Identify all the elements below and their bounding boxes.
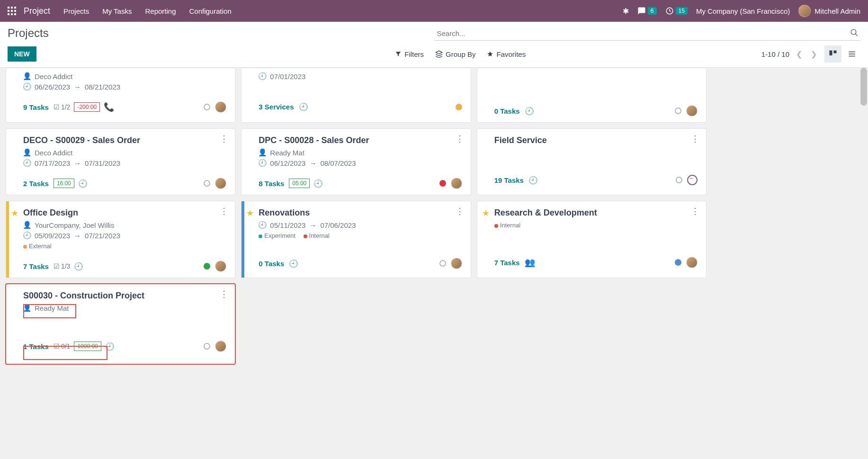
arrow-icon: → xyxy=(74,159,81,167)
clock-icon[interactable]: 🕘 xyxy=(528,176,538,185)
project-card[interactable]: ★ ⋮ Research & Development Internal 7 Ta… xyxy=(477,201,707,278)
tasks-link[interactable]: 8 Tasks xyxy=(259,180,284,188)
kebab-icon[interactable]: ⋮ xyxy=(456,135,464,143)
clock-icon[interactable]: 🕘 xyxy=(313,179,323,188)
tasks-link[interactable]: 2 Tasks xyxy=(23,180,49,188)
star-icon[interactable]: ★ xyxy=(11,208,18,218)
phone-icon[interactable]: 📞 xyxy=(104,102,114,112)
end-date: 07/06/2023 xyxy=(320,221,356,229)
partner-name: Ready Mat xyxy=(270,149,304,157)
project-card-highlighted[interactable]: ⋮ S00030 - Construction Project 👤Ready M… xyxy=(6,284,235,364)
svg-rect-5 xyxy=(14,10,16,12)
tasks-link[interactable]: 7 Tasks xyxy=(23,262,49,270)
star-icon[interactable]: ★ xyxy=(246,208,254,218)
company-selector[interactable]: My Company (San Francisco) xyxy=(696,7,790,15)
kebab-icon[interactable]: ⋮ xyxy=(456,207,464,216)
time-remaining: 1000:00 xyxy=(74,342,101,351)
clock-icon[interactable]: 🕘 xyxy=(74,262,83,271)
tasks-link[interactable]: 1 Tasks xyxy=(23,342,49,351)
start-date: 05/09/2023 xyxy=(35,232,70,240)
clock-icon[interactable]: 🕘 xyxy=(289,259,298,268)
favorites-button[interactable]: Favorites xyxy=(487,50,526,58)
project-card[interactable]: 🕘07/01/2023 3 Services 🕘 xyxy=(241,68,471,123)
kebab-icon[interactable]: ⋮ xyxy=(691,135,699,143)
nav-projects[interactable]: Projects xyxy=(63,7,89,15)
person-icon: 👤 xyxy=(259,148,266,157)
arrow-icon: → xyxy=(309,221,316,229)
subtask-count: ☑ 1/2 xyxy=(54,103,70,111)
top-navbar: Project Projects My Tasks Reporting Conf… xyxy=(0,0,868,22)
kebab-icon[interactable]: ⋮ xyxy=(220,135,228,143)
avatar-icon[interactable] xyxy=(215,341,226,352)
project-card[interactable]: ⋮ DECO - S00029 - Sales Order 👤Deco Addi… xyxy=(6,128,235,195)
activity-icon[interactable]: 15 xyxy=(665,7,688,15)
end-date: 07/21/2023 xyxy=(85,232,120,240)
state-indicator[interactable] xyxy=(204,104,210,110)
kebab-icon[interactable]: ⋮ xyxy=(220,290,228,298)
state-indicator[interactable] xyxy=(675,259,681,266)
state-indicator[interactable] xyxy=(204,180,210,187)
project-card[interactable]: ⋮ Field Service 19 Tasks 🕘 xyxy=(477,128,707,195)
state-indicator[interactable] xyxy=(204,263,210,270)
state-indicator[interactable] xyxy=(439,260,446,267)
project-title: Research & Development xyxy=(494,208,698,218)
svg-rect-13 xyxy=(833,51,836,54)
user-menu[interactable]: Mitchell Admin xyxy=(798,5,860,17)
kebab-icon[interactable]: ⋮ xyxy=(220,207,228,216)
star-icon[interactable]: ★ xyxy=(482,208,490,218)
partner-name: Ready Mat xyxy=(35,304,69,312)
avatar-icon[interactable] xyxy=(686,257,698,268)
tasks-link[interactable]: 3 Services xyxy=(259,103,294,111)
people-icon[interactable]: 👥 xyxy=(525,257,535,268)
smiley-icon[interactable] xyxy=(687,175,698,185)
search-input[interactable] xyxy=(434,27,861,41)
pager-next-icon[interactable]: ❯ xyxy=(809,48,819,61)
project-card[interactable]: 0 Tasks 🕘 xyxy=(477,68,707,123)
kanban-view-button[interactable] xyxy=(824,45,841,63)
avatar-icon[interactable] xyxy=(215,261,226,272)
project-title: DPC - S00028 - Sales Order xyxy=(259,135,462,145)
svg-rect-1 xyxy=(11,7,13,9)
avatar-icon[interactable] xyxy=(686,105,698,117)
state-indicator[interactable] xyxy=(204,343,210,350)
avatar-icon[interactable] xyxy=(451,258,462,269)
filters-button[interactable]: Filters xyxy=(395,50,424,58)
tasks-link[interactable]: 0 Tasks xyxy=(259,260,284,268)
project-card[interactable]: ⋮ DPC - S00028 - Sales Order 👤Ready Mat … xyxy=(241,128,471,195)
pager-prev-icon[interactable]: ❮ xyxy=(794,48,804,61)
tasks-link[interactable]: 9 Tasks xyxy=(23,103,49,111)
nav-my-tasks[interactable]: My Tasks xyxy=(102,7,132,15)
tasks-link[interactable]: 7 Tasks xyxy=(494,259,520,267)
messaging-icon[interactable]: 6 xyxy=(637,7,657,15)
apps-icon[interactable] xyxy=(8,7,16,15)
svg-rect-6 xyxy=(8,13,9,15)
end-date: 08/07/2023 xyxy=(320,159,356,167)
avatar-icon[interactable] xyxy=(451,178,462,189)
project-card[interactable]: ★ ⋮ Renovations 🕘05/11/2023 → 07/06/2023… xyxy=(241,201,471,278)
clock-icon[interactable]: 🕘 xyxy=(78,179,88,188)
state-indicator[interactable] xyxy=(439,180,446,187)
tasks-link[interactable]: 0 Tasks xyxy=(494,107,520,115)
project-card[interactable]: ★ ⋮ Office Design 👤YourCompany, Joel Wil… xyxy=(6,201,235,278)
state-indicator[interactable] xyxy=(675,108,681,114)
app-brand[interactable]: Project xyxy=(24,6,50,16)
avatar-icon[interactable] xyxy=(215,101,226,113)
clock-icon[interactable]: 🕘 xyxy=(525,107,534,116)
list-view-button[interactable] xyxy=(843,45,860,63)
pager-value[interactable]: 1-10 / 10 xyxy=(761,50,789,58)
nav-reporting[interactable]: Reporting xyxy=(145,7,176,15)
nav-configuration[interactable]: Configuration xyxy=(189,7,232,15)
tasks-link[interactable]: 19 Tasks xyxy=(494,176,524,184)
state-indicator[interactable] xyxy=(676,177,682,183)
scrollbar[interactable] xyxy=(860,68,867,106)
clock-icon[interactable]: 🕘 xyxy=(105,342,115,351)
kebab-icon[interactable]: ⋮ xyxy=(691,207,699,216)
bug-icon[interactable]: ✱ xyxy=(623,7,629,16)
groupby-button[interactable]: Group By xyxy=(435,50,475,58)
new-button[interactable]: NEW xyxy=(8,46,36,62)
state-indicator[interactable] xyxy=(456,104,462,110)
search-icon[interactable] xyxy=(850,28,859,39)
avatar-icon[interactable] xyxy=(215,178,226,189)
clock-icon[interactable]: 🕘 xyxy=(299,102,308,111)
project-card[interactable]: 👤Deco Addict 🕘06/26/2023 → 08/21/2023 9 … xyxy=(6,68,235,123)
